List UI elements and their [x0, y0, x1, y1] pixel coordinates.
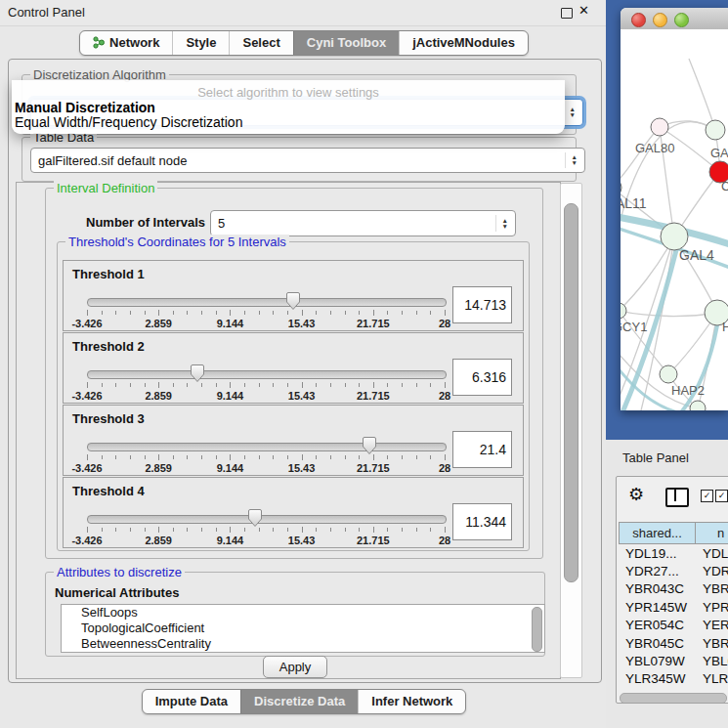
slider-track[interactable] — [87, 370, 447, 379]
table-row[interactable]: YLR345WYLR3 — [619, 670, 728, 688]
tick-mark — [402, 383, 403, 387]
split-columns-icon[interactable] — [665, 488, 689, 507]
network-canvas[interactable]: GAL80GACGAL11GAL4GCY1HHAP2 — [621, 29, 728, 410]
gear-icon[interactable]: ⚙ — [628, 484, 644, 505]
tick-mark — [230, 454, 231, 460]
table-row[interactable]: YER054CYER0 — [619, 617, 728, 634]
network-node[interactable] — [661, 223, 688, 250]
tab-discretize-data[interactable]: Discretize Data — [240, 690, 358, 713]
tick-mark — [201, 455, 202, 459]
slider-thumb[interactable] — [285, 291, 301, 311]
attribute-item[interactable]: SelfLoops — [62, 605, 544, 621]
tick-mark — [187, 383, 188, 387]
network-node[interactable] — [690, 401, 706, 410]
float-window-icon[interactable] — [561, 8, 573, 19]
tick-mark — [302, 310, 303, 316]
tab-label: Discretize Data — [254, 694, 345, 708]
table-row[interactable]: YBR043CYBR0 — [619, 580, 728, 598]
right-region: GAL80GACGAL11GAL4GCY1HHAP2 Table Panel ⚙… — [606, 0, 728, 728]
apply-button[interactable]: Apply — [263, 656, 327, 678]
table-cell: YLR3 — [700, 671, 728, 686]
tick-mark — [173, 455, 174, 459]
table-panel-title: Table Panel — [622, 450, 689, 465]
table-row[interactable]: YIL052CYIL0 — [619, 688, 728, 691]
tick-mark — [359, 455, 360, 459]
attribute-item[interactable]: BetweennessCentrality — [62, 636, 544, 652]
threshold-value-field[interactable]: 14.713 — [452, 286, 512, 323]
network-node[interactable] — [706, 120, 725, 140]
zoom-button[interactable] — [674, 13, 689, 27]
column-header[interactable]: n — [695, 522, 728, 544]
table-cell: YDR27... — [619, 564, 700, 578]
threshold-value-field[interactable]: 11.344 — [452, 503, 512, 540]
threshold-value-field[interactable]: 21.4 — [452, 431, 512, 468]
tab-select[interactable]: Select — [229, 31, 292, 55]
tick-mark — [359, 383, 360, 387]
close-icon[interactable]: ✕ — [578, 3, 589, 18]
tick-mark — [115, 455, 116, 459]
tick-mark — [316, 528, 317, 532]
tick-mark — [387, 455, 388, 459]
network-window-titlebar[interactable] — [621, 8, 728, 30]
dropdown-option-equal-width[interactable]: Equal Width/Frequency Discretization — [15, 114, 242, 130]
tab-network[interactable]: Network — [80, 31, 172, 55]
vertical-scrollbar-thumb[interactable] — [564, 203, 578, 582]
network-node[interactable] — [651, 118, 668, 136]
slider-track[interactable] — [87, 443, 447, 451]
tick-mark — [387, 383, 388, 387]
tick-label: -3.426 — [71, 390, 102, 402]
number-of-intervals-combobox[interactable]: 5 ▲ ▼ — [210, 210, 516, 236]
tick-mark — [387, 528, 388, 532]
slider-track[interactable] — [87, 515, 447, 524]
control-panel-titlebar: Control Panel ✕ — [0, 0, 608, 26]
checkbox-icon[interactable]: ✓ — [715, 490, 728, 502]
tick-label: -3.426 — [71, 535, 102, 546]
slider-thumb[interactable] — [247, 508, 263, 528]
tab-infer-network[interactable]: Infer Network — [358, 690, 465, 713]
network-view-window[interactable]: GAL80GACGAL11GAL4GCY1HHAP2 — [621, 8, 728, 410]
tick-label: 9.144 — [217, 390, 244, 402]
table-cell: YER0 — [700, 618, 728, 632]
threshold-slider[interactable]: -3.4262.8599.14415.4321.71528 — [87, 294, 445, 329]
network-node[interactable] — [660, 365, 677, 383]
tick-mark — [359, 311, 360, 315]
tab-cyni-toolbox[interactable]: Cyni Toolbox — [293, 31, 399, 55]
horizontal-scrollbar-thumb[interactable] — [620, 693, 727, 704]
threshold-slider[interactable]: -3.4262.8599.14415.4321.71528 — [87, 439, 445, 474]
table-row[interactable]: YBR045CYBR0 — [619, 634, 728, 652]
table-row[interactable]: YBL079WYBL0 — [619, 652, 728, 669]
threshold-slider[interactable]: -3.4262.8599.14415.4321.71528 — [87, 366, 445, 402]
attribute-item[interactable]: TopologicalCoefficient — [62, 621, 544, 636]
numerical-attributes-list[interactable]: SelfLoopsTopologicalCoefficientBetweenne… — [61, 604, 545, 653]
dropdown-option-manual[interactable]: Manual Discretization — [15, 100, 155, 115]
tick-mark — [287, 383, 288, 387]
tab-impute-data[interactable]: Impute Data — [143, 690, 240, 713]
table-data-combobox[interactable]: galFiltered.sif default node ▲ ▼ — [30, 148, 585, 173]
threshold-slider[interactable]: -3.4262.8599.14415.4321.71528 — [87, 511, 445, 546]
list-scrollbar-thumb[interactable] — [532, 607, 542, 652]
combo-spinner-icon[interactable]: ▲ ▼ — [495, 215, 508, 233]
table-row[interactable]: YPR145WYPR1 — [619, 598, 728, 616]
checkbox-icon[interactable]: ✓ — [701, 490, 713, 502]
table-row[interactable]: YDL19...YDL1 — [619, 544, 728, 562]
slider-thumb[interactable] — [362, 436, 377, 455]
threshold-value-field[interactable]: 6.316 — [452, 359, 512, 396]
tick-mark — [302, 527, 303, 533]
tick-mark — [230, 310, 231, 316]
tick-mark — [87, 382, 88, 388]
threshold-panel: Threshold 2-3.4262.8599.14415.4321.71528… — [63, 332, 524, 404]
minimize-button[interactable] — [653, 13, 667, 27]
network-edge — [621, 127, 660, 188]
table-row[interactable]: YDR27...YDR2 — [619, 562, 728, 579]
tab-jactivemnodules[interactable]: jActiveMNodules — [399, 31, 528, 55]
slider-thumb[interactable] — [190, 364, 205, 383]
threshold-panel: Threshold 4-3.4262.8599.14415.4321.71528… — [63, 477, 524, 548]
tab-style[interactable]: Style — [172, 31, 229, 55]
slider-track[interactable] — [87, 298, 447, 307]
close-button[interactable] — [631, 13, 646, 27]
tick-mark — [158, 382, 159, 388]
column-header[interactable]: shared... — [619, 522, 696, 544]
network-node[interactable] — [621, 303, 626, 319]
tick-label: 21.715 — [357, 535, 390, 546]
combo-spinner-icon[interactable]: ▲ ▼ — [565, 152, 578, 169]
